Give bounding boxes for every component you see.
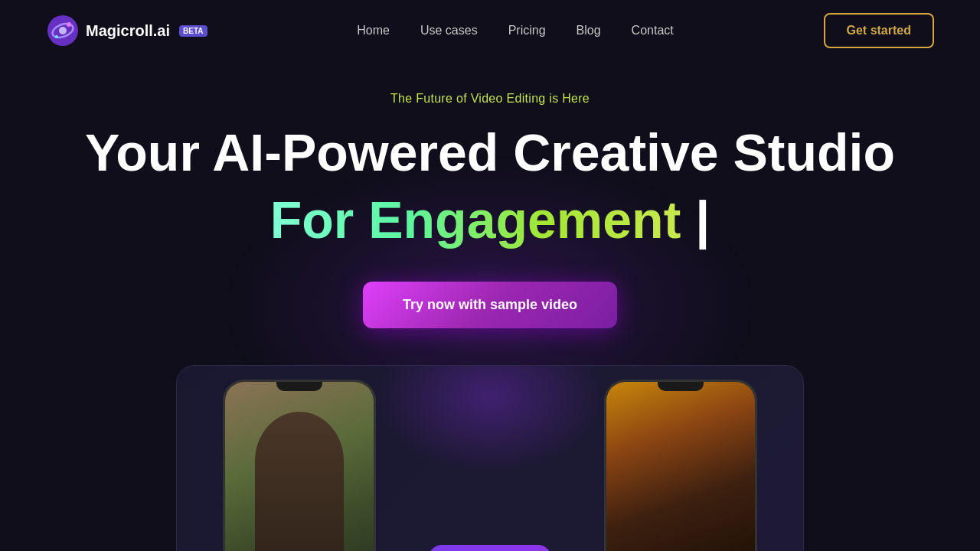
svg-point-2	[59, 27, 67, 34]
nav-blog[interactable]: Blog	[577, 24, 601, 37]
nav-use-cases[interactable]: Use cases	[420, 24, 478, 37]
hero-section: The Future of Video Editing is Here Your…	[0, 61, 980, 551]
nav-home[interactable]: Home	[357, 24, 390, 37]
nav-contact[interactable]: Contact	[632, 24, 674, 37]
phone-left-screen	[225, 382, 374, 551]
svg-point-4	[55, 35, 58, 38]
phone-showcase: ▶ Video Overlay	[176, 365, 804, 551]
hero-title-line2: For Engagement |	[270, 189, 710, 252]
hero-gradient-text: For Engagement	[270, 191, 681, 249]
phone-right-notch	[658, 382, 704, 391]
svg-point-3	[67, 22, 71, 27]
logo-icon	[46, 14, 80, 47]
hero-cursor: |	[695, 191, 710, 249]
logo-text: Magicroll.ai	[86, 22, 170, 40]
hero-title-line1: Your AI-Powered Creative Studio	[85, 124, 895, 181]
nav-links: Home Use cases Pricing Blog Contact	[357, 24, 673, 37]
phone-left-notch	[276, 382, 322, 391]
phone-left	[223, 380, 376, 551]
logo[interactable]: Magicroll.ai BETA	[46, 14, 207, 47]
phone-right-screen	[606, 382, 755, 551]
hero-tagline: The Future of Video Editing is Here	[390, 92, 590, 106]
video-overlay-badge[interactable]: ▶ Video Overlay	[428, 545, 551, 551]
navbar: Magicroll.ai BETA Home Use cases Pricing…	[0, 0, 980, 61]
get-started-button[interactable]: Get started	[824, 13, 934, 48]
nav-pricing[interactable]: Pricing	[508, 24, 546, 37]
beta-badge: BETA	[179, 25, 207, 37]
phone-right	[604, 380, 757, 551]
try-sample-button[interactable]: Try now with sample video	[363, 282, 617, 328]
